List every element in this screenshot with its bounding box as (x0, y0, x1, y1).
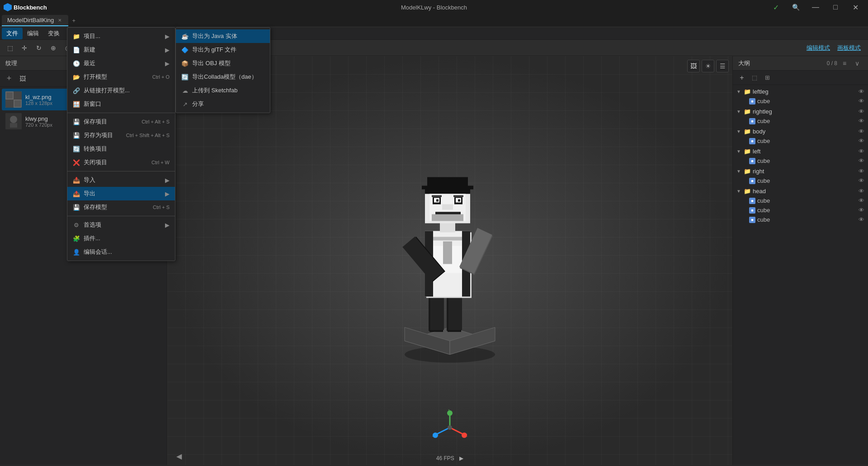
file-menu-save-as[interactable]: 💾 另存为项目 Ctrl + Shift + Alt + S (67, 128, 175, 142)
toolbar-select[interactable]: ⬚ (4, 42, 16, 54)
eye-icon-body[interactable]: 👁 (859, 128, 864, 135)
file-menu-import[interactable]: 📥 导入 ▶ (67, 173, 175, 187)
eye-cube-head-2[interactable]: 👁 (859, 216, 864, 223)
export-share[interactable]: ↗ 分享 (176, 97, 270, 111)
eye-cube-head-1[interactable]: 👁 (859, 207, 864, 214)
outliner-group-header-rightleg[interactable]: ▼ 📁 rightleg 👁 (733, 107, 868, 116)
folder-icon-leftleg: 📁 (744, 88, 751, 95)
export-gltf[interactable]: 🔷 导出为 glTF 文件 (176, 43, 270, 57)
outliner-cube-left-0[interactable]: ■ cube 👁 (733, 156, 868, 166)
file-menu-convert[interactable]: 🔄 转换项目 (67, 142, 175, 156)
add-group-btn[interactable]: + (736, 72, 747, 83)
eye-cube-leftleg-0[interactable]: 👁 (859, 98, 864, 105)
outliner-group-header-head[interactable]: ▼ 📁 head 👁 (733, 186, 868, 196)
cube-name-right-0: cube (757, 177, 857, 184)
save-as-shortcut: Ctrl + Shift + Alt + S (126, 133, 170, 138)
file-menu-save-project[interactable]: 💾 保存项目 Ctrl + Alt + S (67, 115, 175, 128)
outliner-menu-btn[interactable]: ≡ (839, 58, 850, 69)
close-button[interactable]: ✕ (846, 0, 864, 14)
export-sketchfab[interactable]: ☁ 上传到 Sketchfab (176, 84, 270, 97)
add-texture-btn[interactable]: + (4, 73, 14, 84)
file-menu-new[interactable]: 📄 新建 ▶ (67, 43, 175, 57)
viewport-light-btn[interactable]: ☀ (702, 60, 714, 72)
export-obj[interactable]: 📦 导出 OBJ 模型 (176, 57, 270, 70)
minimize-button[interactable]: — (807, 0, 825, 14)
outliner-collapse-btn[interactable]: ∨ (852, 58, 863, 69)
menu-file[interactable]: 文件 (2, 28, 23, 39)
file-menu-save-model[interactable]: 💾 保存模型 Ctrl + S (67, 200, 175, 214)
outliner-cube-head-0[interactable]: ■ cube 👁 (733, 196, 868, 205)
cube-name-head-1: cube (757, 207, 857, 214)
tab-add-button[interactable]: + (68, 15, 79, 26)
search-button[interactable]: 🔍 (787, 0, 805, 14)
edit-mode-button[interactable]: 编辑模式 (807, 44, 830, 52)
pref-arrow: ▶ (165, 222, 170, 228)
eye-cube-body-0[interactable]: 👁 (859, 138, 864, 144)
outliner-list: ▼ 📁 leftleg 👁 ■ cube 👁 ▼ 📁 rightleg 👁 (733, 85, 868, 465)
viewport[interactable]: Y X Z 🖼 ☀ ☰ 46 FPS ▶ ◀ (167, 56, 732, 465)
eye-cube-left-0[interactable]: 👁 (859, 157, 864, 164)
paint-mode-button[interactable]: 画板模式 (837, 44, 861, 52)
outliner-group-header-right[interactable]: ▼ 📁 right 👁 (733, 166, 868, 176)
tab-close-button[interactable]: × (57, 17, 63, 24)
folder-icon-left: 📁 (744, 148, 751, 155)
outliner-cube-right-0[interactable]: ■ cube 👁 (733, 176, 868, 185)
outliner-cube-body-0[interactable]: ■ cube 👁 (733, 136, 868, 146)
toolbar-move[interactable]: ✛ (18, 42, 31, 54)
add-cube-btn[interactable]: ⬚ (749, 72, 760, 83)
svg-rect-44 (432, 214, 463, 221)
open-label: 打开模型 (84, 73, 107, 81)
svg-rect-7 (10, 123, 17, 128)
export-collada[interactable]: 🔄 导出Collada模型（dae） (176, 70, 270, 84)
export-java[interactable]: ☕ 导出为 Java 实体 (176, 29, 270, 43)
new-icon: 📄 (73, 46, 80, 53)
outliner-cube-head-2[interactable]: ■ cube 👁 (733, 215, 868, 224)
outliner-group-header-leftleg[interactable]: ▼ 📁 leftleg 👁 (733, 87, 868, 96)
save-project-label: 保存项目 (84, 118, 107, 126)
file-menu-plugins[interactable]: 🧩 插件... (67, 232, 175, 245)
outliner-cube-rightleg-0[interactable]: ■ cube 👁 (733, 116, 868, 126)
menu-edit[interactable]: 编辑 (23, 28, 43, 39)
eye-cube-rightleg-0[interactable]: 👁 (859, 118, 864, 124)
logo-icon (4, 3, 12, 11)
viewport-image-btn[interactable]: 🖼 (687, 60, 700, 72)
toolbar-scale[interactable]: ⊕ (47, 42, 60, 54)
group-name-left: left (753, 148, 857, 155)
file-menu-open-url[interactable]: 🔗 从链接打开模型... (67, 84, 175, 97)
file-menu-open[interactable]: 📂 打开模型 Ctrl + O (67, 70, 175, 84)
file-menu-new-window[interactable]: 🪟 新窗口 (67, 97, 175, 111)
toolbar-rotate[interactable]: ↻ (33, 42, 45, 54)
title-bar-controls: ✓ 🔍 — □ ✕ (767, 0, 864, 14)
eye-cube-right-0[interactable]: 👁 (859, 177, 864, 184)
fps-value: 46 FPS (436, 455, 454, 461)
model-tab[interactable]: ModelDirtBallKing × (2, 15, 68, 26)
file-menu-preferences[interactable]: ⚙ 首选项 ▶ (67, 218, 175, 232)
outliner-group-header-body[interactable]: ▼ 📁 body 👁 (733, 127, 868, 136)
project-arrow: ▶ (165, 33, 170, 40)
cube-icon-left-0: ■ (749, 158, 755, 164)
eye-icon-right[interactable]: 👁 (859, 168, 864, 175)
outliner-split-btn[interactable]: ⊞ (762, 72, 773, 83)
outliner-cube-head-1[interactable]: ■ cube 👁 (733, 205, 868, 215)
file-menu-project[interactable]: 📁 项目... ▶ (67, 29, 175, 43)
viewport-background: Y X Z 🖼 ☀ ☰ 46 FPS ▶ ◀ (167, 56, 732, 465)
svg-rect-43 (435, 212, 461, 214)
eye-cube-head-0[interactable]: 👁 (859, 197, 864, 204)
outliner-cube-leftleg-0[interactable]: ■ cube 👁 (733, 96, 868, 106)
file-menu-edit-session[interactable]: 👤 编辑会话... (67, 245, 175, 259)
file-menu-export[interactable]: 📤 导出 ▶ (67, 187, 175, 200)
eye-icon-leftleg[interactable]: 👁 (859, 88, 864, 95)
fps-arrow-right[interactable]: ▶ (459, 455, 463, 461)
import-texture-btn[interactable]: 🖼 (17, 73, 28, 84)
file-menu-close[interactable]: ❌ 关闭项目 Ctrl + W (67, 156, 175, 169)
menu-transform[interactable]: 变换 (43, 28, 64, 39)
check-button[interactable]: ✓ (767, 0, 785, 14)
outliner-group-header-left[interactable]: ▼ 📁 left 👁 (733, 147, 868, 156)
file-menu-recent[interactable]: 🕒 最近 ▶ (67, 57, 175, 70)
eye-icon-head[interactable]: 👁 (859, 188, 864, 195)
viewport-menu-btn[interactable]: ☰ (716, 60, 729, 72)
maximize-button[interactable]: □ (826, 0, 844, 14)
eye-icon-left[interactable]: 👁 (859, 148, 864, 155)
eye-icon-rightleg[interactable]: 👁 (859, 108, 864, 115)
viewport-nav-left[interactable]: ◀ (176, 452, 182, 461)
